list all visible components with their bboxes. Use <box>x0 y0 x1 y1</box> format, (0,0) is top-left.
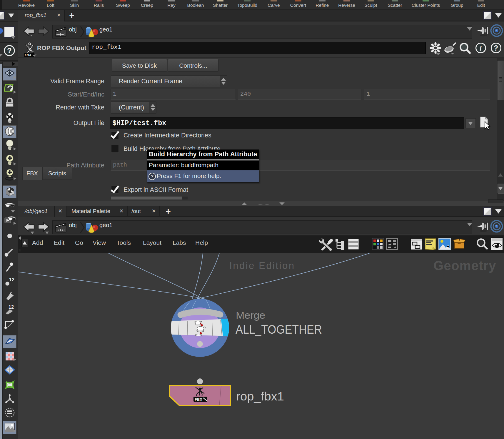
svg-text:i: i <box>480 44 482 52</box>
svg-text:Merge: Merge <box>236 310 265 321</box>
svg-text:ALL_TOGETHER: ALL_TOGETHER <box>236 322 322 336</box>
svg-text:FBX: FBX <box>25 53 31 57</box>
svg-text:12: 12 <box>9 277 14 282</box>
svg-text:FBX: FBX <box>195 397 202 402</box>
svg-text:?: ? <box>7 46 12 55</box>
svg-text:?: ? <box>494 44 498 52</box>
svg-text:rop_fbx1: rop_fbx1 <box>236 390 284 403</box>
svg-text:12: 12 <box>9 305 14 310</box>
svg-text:?: ? <box>151 174 153 179</box>
